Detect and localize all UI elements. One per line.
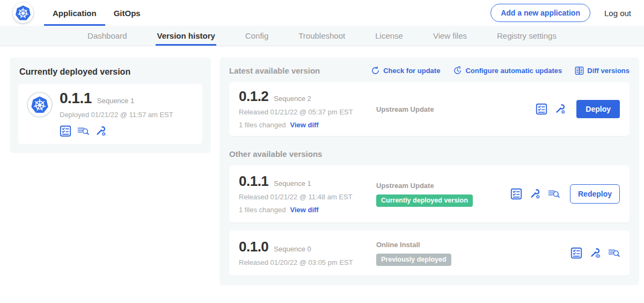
config-settings-icon[interactable] <box>529 188 541 200</box>
version-source-label: Upstream Update <box>376 182 510 190</box>
diff-versions-button[interactable]: Diff versions <box>575 66 630 75</box>
main-content: Currently deployed version 0.1.1 Sequenc… <box>0 46 644 285</box>
auto-update-icon <box>453 66 462 75</box>
deployed-sequence-label: Sequence 1 <box>97 97 134 105</box>
version-number: 0.1.1 <box>239 174 268 188</box>
app-nav: Application GitOps <box>44 0 149 26</box>
subnav-tab-version-history[interactable]: Version history <box>157 26 215 46</box>
deployed-panel-title: Currently deployed version <box>19 67 202 77</box>
deployed-timestamp: Deployed 01/21/22 @ 11:57 am EST <box>60 111 173 119</box>
sequence-label: Sequence 2 <box>274 95 311 103</box>
topbar-actions: Add a new application Log out <box>491 4 631 22</box>
version-card-0-1-0: 0.1.0 Sequence 0 Released 01/20/22 @ 03:… <box>229 230 630 276</box>
tab-application[interactable]: Application <box>44 0 105 26</box>
config-settings-icon[interactable] <box>554 103 566 115</box>
subnav-tab-config[interactable]: Config <box>245 26 268 46</box>
view-diff-link[interactable]: View diff <box>290 121 318 129</box>
check-for-update-button[interactable]: Check for update <box>371 66 440 75</box>
subnav-tab-config-label: Config <box>245 31 268 40</box>
check-for-update-label: Check for update <box>383 67 440 75</box>
subnav-tab-license[interactable]: License <box>375 26 403 46</box>
preflight-checks-icon[interactable] <box>60 125 71 137</box>
subnav-tab-dashboard-label: Dashboard <box>87 31 127 40</box>
preflight-checks-icon[interactable] <box>570 247 582 259</box>
sequence-label: Sequence 1 <box>274 179 311 187</box>
subnav-tab-troubleshoot-label: Troubleshoot <box>298 31 345 40</box>
configure-automatic-updates-label: Configure automatic updates <box>465 67 562 75</box>
configure-automatic-updates-button[interactable]: Configure automatic updates <box>453 66 562 75</box>
subnav-tab-license-label: License <box>375 31 403 40</box>
tab-application-label: Application <box>53 9 97 18</box>
deployed-version-details: 0.1.1 Sequence 1 Deployed 01/21/22 @ 11:… <box>60 91 173 137</box>
subnav-tab-view-files[interactable]: View files <box>433 26 467 46</box>
app-subnav: Dashboard Version history Config Trouble… <box>0 26 644 46</box>
version-history-panel: Latest available version Check for updat… <box>219 57 639 285</box>
latest-version-title: Latest available version <box>229 66 320 75</box>
diff-icon <box>575 66 584 75</box>
sequence-label: Sequence 0 <box>274 245 311 253</box>
deploy-logs-icon[interactable] <box>548 188 560 200</box>
currently-deployed-panel: Currently deployed version 0.1.1 Sequenc… <box>10 57 211 153</box>
released-timestamp: Released 01/21/22 @ 05:37 pm EST <box>239 108 376 116</box>
currently-deployed-badge: Currently deployed version <box>376 194 473 207</box>
other-versions-title: Other available versions <box>229 149 630 158</box>
preflight-checks-icon[interactable] <box>536 103 547 115</box>
deploy-logs-icon[interactable] <box>608 247 620 259</box>
subnav-tab-troubleshoot[interactable]: Troubleshoot <box>298 26 345 46</box>
subnav-tab-registry-settings[interactable]: Registry settings <box>497 26 557 46</box>
deploy-logs-icon[interactable] <box>77 125 89 137</box>
deployed-version-number: 0.1.1 <box>60 91 92 106</box>
version-card-0-1-1: 0.1.1 Sequence 1 Released 01/21/22 @ 11:… <box>229 165 630 222</box>
deployed-version-card: 0.1.1 Sequence 1 Deployed 01/21/22 @ 11:… <box>18 84 202 145</box>
subnav-tab-version-history-label: Version history <box>157 31 215 40</box>
redeploy-button[interactable]: Redeploy <box>570 184 620 204</box>
config-view-icon[interactable] <box>589 247 601 259</box>
tab-gitops-label: GitOps <box>114 9 141 18</box>
config-settings-icon[interactable] <box>95 125 107 137</box>
deploy-button[interactable]: Deploy <box>576 100 620 118</box>
version-source-label: Upstream Update <box>376 105 510 113</box>
kubernetes-logo <box>13 3 33 23</box>
preflight-checks-icon[interactable] <box>510 188 522 200</box>
view-diff-link[interactable]: View diff <box>290 206 318 214</box>
version-source-label: Online Install <box>376 241 510 249</box>
add-new-application-button[interactable]: Add a new application <box>491 4 590 22</box>
subnav-tab-view-files-label: View files <box>433 31 467 40</box>
app-header: Application GitOps Add a new application… <box>0 0 644 26</box>
version-number: 0.1.0 <box>239 240 268 254</box>
tab-gitops[interactable]: GitOps <box>105 0 149 26</box>
subnav-tab-dashboard[interactable]: Dashboard <box>87 26 127 46</box>
files-changed-label: 1 files changed <box>239 206 286 214</box>
previously-deployed-badge: Previously deployed <box>376 254 451 266</box>
subnav-tab-registry-settings-label: Registry settings <box>497 31 557 40</box>
released-timestamp: Released 01/21/22 @ 11:48 am EST <box>239 193 376 201</box>
released-timestamp: Released 01/20/22 @ 03:05 pm EST <box>239 258 376 266</box>
files-changed-label: 1 files changed <box>239 121 286 129</box>
refresh-icon <box>371 66 380 75</box>
diff-versions-label: Diff versions <box>587 67 630 75</box>
version-card-0-1-2: 0.1.2 Sequence 2 Released 01/21/22 @ 05:… <box>229 82 630 136</box>
version-number: 0.1.2 <box>239 89 268 103</box>
logout-link[interactable]: Log out <box>604 9 631 18</box>
application-icon <box>27 92 53 118</box>
